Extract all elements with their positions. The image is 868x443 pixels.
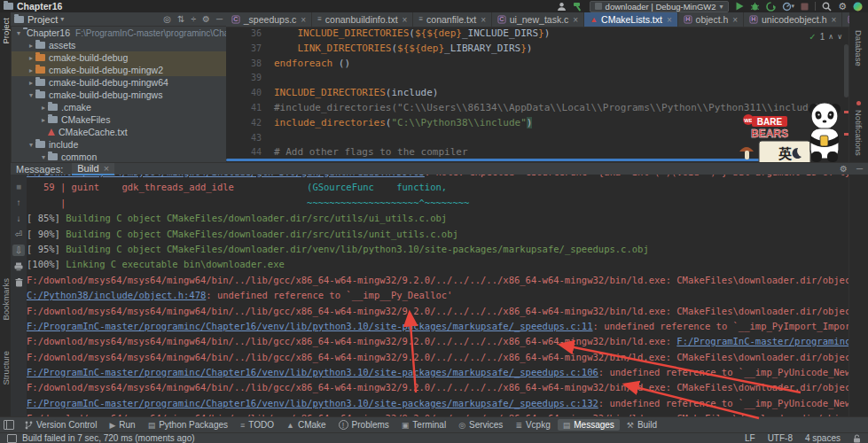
chevron-down-icon[interactable]: ▾: [14, 29, 23, 37]
toolwindow-button-python-packages[interactable]: ▤Python Packages: [143, 419, 233, 431]
console-link[interactable]: C:/Python38/include/object.h:478: [27, 290, 206, 300]
status-widget[interactable]: UTF-8: [768, 433, 793, 443]
chevron-down-icon[interactable]: ▾: [60, 15, 64, 23]
tree-item[interactable]: ▸cmake-build-debug: [11, 51, 226, 64]
gear-icon[interactable]: ⚙: [202, 14, 210, 24]
expand-all-icon[interactable]: ⇅: [177, 14, 184, 24]
tree-item[interactable]: ▾Chapter16F:\ProgramInC-master\programin…: [11, 27, 226, 39]
tree-item[interactable]: CMakeCache.txt: [11, 126, 226, 138]
close-icon[interactable]: ×: [403, 15, 408, 25]
tree-item[interactable]: ▸cmake-build-debug-mingw64: [11, 76, 226, 89]
down-stack-icon[interactable]: ↓: [12, 213, 25, 224]
editor-horizontal-scrollbar[interactable]: [226, 159, 780, 161]
coverage-icon[interactable]: [766, 1, 776, 12]
toolwindow-button-todo[interactable]: ≡TODO: [235, 419, 279, 431]
chevron-right-icon[interactable]: ▸: [39, 116, 48, 124]
tree-item[interactable]: ▾common: [11, 151, 226, 162]
chevron-right-icon[interactable]: ▸: [39, 104, 48, 112]
close-icon[interactable]: ×: [832, 15, 837, 25]
console-link[interactable]: F:/ProgramInC-master/programinc/Chapter1…: [27, 398, 598, 408]
close-icon[interactable]: ×: [301, 15, 306, 25]
editor-tab[interactable]: ≡conanfile.txt×: [413, 12, 492, 27]
stripe-structure[interactable]: Structure: [1, 351, 11, 385]
chevron-right-icon[interactable]: ▸: [27, 42, 35, 50]
editor-tab[interactable]: C_speedups.c×: [226, 12, 312, 27]
chevron-down-icon[interactable]: ▾: [27, 91, 35, 99]
stripe-bookmarks[interactable]: Bookmarks: [1, 278, 11, 321]
hide-panel-icon[interactable]: ─: [856, 164, 863, 174]
collapse-all-icon[interactable]: ÷: [191, 14, 196, 24]
editor-tab[interactable]: Cui_new_task.c×: [492, 12, 584, 27]
hide-icon[interactable]: ─: [216, 14, 223, 24]
chevron-down-icon[interactable]: ▾: [39, 153, 48, 161]
toolwindow-button-problems[interactable]: !Problems: [333, 419, 395, 431]
print-icon[interactable]: [12, 260, 25, 272]
run-icon[interactable]: [735, 1, 744, 12]
prev-issue-icon[interactable]: ∧: [828, 33, 833, 41]
console-link[interactable]: F:/ProgramInC-master/programinc/Chapter1…: [27, 367, 598, 377]
close-icon[interactable]: ×: [667, 15, 672, 25]
editor-tab[interactable]: Hgdk.h×: [842, 12, 849, 27]
settings-gear-icon[interactable]: ⚙: [838, 1, 847, 12]
stripe-notifications[interactable]: Notifications: [854, 110, 864, 156]
project-panel-title[interactable]: Project: [27, 14, 58, 25]
status-widget[interactable]: 4 spaces: [805, 433, 841, 443]
build-status-text[interactable]: Build failed in 7 sec, 720 ms (moments a…: [22, 433, 195, 443]
build-hammer-icon[interactable]: [573, 1, 583, 12]
chevron-right-icon[interactable]: ▸: [27, 54, 35, 62]
search-icon[interactable]: [822, 1, 832, 12]
tree-item[interactable]: ▾cmake-build-debug-mingws: [11, 89, 226, 101]
build-output-tab[interactable]: Build ×: [72, 163, 114, 175]
next-issue-icon[interactable]: ∨: [837, 33, 842, 41]
toolwindow-button-vcpkg[interactable]: ≣Vcpkg: [510, 419, 555, 431]
stop-icon[interactable]: ■: [12, 181, 25, 192]
debug-icon[interactable]: [750, 1, 760, 12]
close-icon[interactable]: ×: [573, 15, 578, 25]
toolwindow-button-cmake[interactable]: ▲CMake: [281, 419, 332, 431]
tree-item[interactable]: ▸assets: [11, 39, 226, 51]
status-widget[interactable]: LF: [745, 433, 755, 443]
close-icon[interactable]: ×: [104, 163, 109, 174]
inspection-widget[interactable]: ✓ 1 ∧ ∨: [809, 32, 842, 42]
build-console[interactable]: F:/downlod/msys64/msys64/mingw64/include…: [27, 162, 868, 416]
tree-item[interactable]: ▸CMakeFiles: [11, 113, 226, 126]
stripe-project[interactable]: Project: [1, 18, 11, 44]
close-icon[interactable]: ×: [732, 15, 738, 25]
chevron-right-icon[interactable]: ▸: [27, 79, 35, 87]
editor-tab[interactable]: Hunicodeobject.h×: [744, 12, 842, 27]
console-text: (GSourceFunc function,: [307, 182, 447, 192]
gear-icon[interactable]: ⚙: [840, 164, 848, 174]
toolwindow-button-messages[interactable]: ▤Messages: [558, 419, 620, 431]
console-link[interactable]: F:/ProgramInC-master/programinc/Chapter1…: [27, 321, 592, 331]
chevron-down-icon[interactable]: ▾: [27, 141, 35, 149]
stop-icon[interactable]: [801, 1, 809, 12]
stripe-database[interactable]: Database: [854, 30, 864, 66]
scroll-to-end-icon[interactable]: ⇩: [12, 245, 25, 256]
tree-item[interactable]: ▾include: [11, 138, 226, 151]
profiler-icon[interactable]: ▾: [782, 1, 795, 12]
soft-wrap-icon[interactable]: ⏎: [12, 229, 25, 240]
run-config-selector[interactable]: downloader | Debug-MinGW2 ▾: [590, 1, 729, 12]
up-stack-icon[interactable]: ↑: [12, 197, 25, 208]
lock-icon[interactable]: [853, 434, 861, 443]
locate-icon[interactable]: ◎: [163, 14, 171, 24]
close-icon[interactable]: ×: [481, 15, 486, 25]
tree-item[interactable]: ▸.cmake: [11, 101, 226, 113]
layout-icon[interactable]: [4, 420, 14, 430]
editor-tab[interactable]: ▲CMakeLists.txt×: [584, 12, 678, 27]
toolwindow-button-terminal[interactable]: ▣Terminal: [396, 419, 451, 431]
tree-item[interactable]: ▸cmake-build-debug-mingw2: [11, 64, 226, 76]
editor-tab[interactable]: Hobject.h×: [678, 12, 744, 27]
user-icon[interactable]: [557, 1, 567, 12]
toolwindow-button-services[interactable]: ◎Services: [453, 419, 508, 431]
toolwindow-button-run[interactable]: ▶Run: [104, 419, 140, 431]
toolwindow-button-build[interactable]: ⚒Build: [622, 419, 662, 431]
console-link[interactable]: F:/ProgramInC-master/programinc/Chapter1…: [676, 336, 868, 346]
toolwindow-button-version-control[interactable]: Version Control: [20, 419, 102, 431]
editor-pane[interactable]: 36 INCLUDE_DIRECTORIES(${${dep}_INCLUDE_…: [226, 27, 849, 162]
clear-icon[interactable]: [12, 276, 25, 288]
txt-file-icon: ≡: [317, 16, 322, 23]
chevron-right-icon[interactable]: ▸: [27, 66, 35, 74]
gradient-sphere-icon[interactable]: [853, 1, 863, 12]
editor-tab[interactable]: ≡conanbuildinfo.txt×: [312, 12, 413, 27]
